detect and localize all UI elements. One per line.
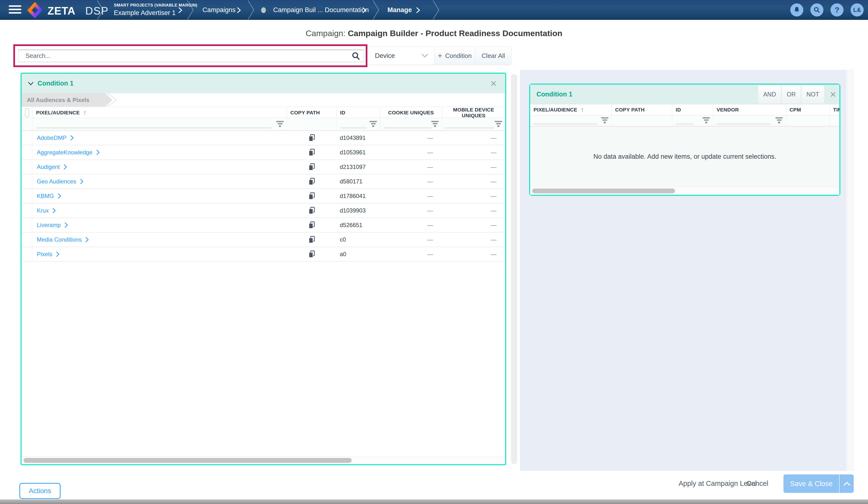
scrollbar-thumb[interactable] (532, 189, 675, 193)
copy-icon[interactable] (308, 221, 315, 229)
filter-pixel-audience[interactable] (32, 118, 287, 130)
chevron-right-icon[interactable] (237, 7, 241, 13)
scrollbar-thumb[interactable] (23, 458, 352, 463)
col-cpm[interactable]: CPM (786, 104, 829, 115)
chevron-right-icon[interactable] (65, 222, 68, 228)
filter-input[interactable] (717, 123, 771, 124)
col-cookie-uniques[interactable]: COOKIE UNIQUES (380, 107, 442, 119)
filter-input[interactable] (340, 128, 367, 129)
copy-icon[interactable] (308, 236, 315, 243)
chevron-right-icon[interactable] (416, 7, 421, 13)
chevron-right-icon[interactable] (53, 208, 56, 213)
row-checkbox-cell (22, 160, 32, 174)
chevron-right-icon[interactable] (56, 252, 60, 257)
close-icon[interactable]: ✕ (488, 80, 499, 88)
save-close-button[interactable]: Save & Close (784, 474, 839, 493)
audience-link[interactable]: Liveramp (37, 222, 61, 229)
audience-link[interactable]: Geo Audiences (37, 178, 76, 185)
breadcrumb-campaigns[interactable]: Campaigns (203, 6, 236, 14)
chevron-right-icon[interactable] (80, 179, 84, 184)
copy-icon[interactable] (308, 178, 315, 185)
audience-link[interactable]: AdobeDMP (37, 134, 66, 141)
audience-link[interactable]: Pixels (37, 251, 52, 258)
col-vendor[interactable]: VENDOR (713, 104, 786, 115)
audience-link[interactable]: AggregateKnowledge (37, 149, 93, 156)
filter-pixel-audience[interactable] (530, 115, 611, 126)
filter-input[interactable] (445, 128, 494, 129)
empty-state: No data available. Add new items, or upd… (530, 127, 839, 187)
filter-input[interactable] (384, 128, 432, 129)
col-tim-truncated[interactable]: TIM (829, 104, 839, 115)
menu-icon[interactable] (9, 5, 21, 14)
clear-all-button[interactable]: Clear All (475, 47, 511, 65)
filter-input[interactable] (534, 123, 597, 124)
apply-campaign-level-link[interactable]: Apply at Campaign Level (679, 480, 757, 487)
audience-link[interactable]: KBMG (37, 193, 54, 199)
col-copy-path[interactable]: COPY PATH (287, 107, 337, 119)
filter-icon[interactable] (601, 117, 609, 123)
filter-icon[interactable] (369, 121, 377, 127)
copy-icon[interactable] (308, 163, 315, 171)
avatar[interactable]: L& (850, 3, 864, 17)
audience-link[interactable]: Krux (37, 207, 49, 214)
operator-not[interactable]: NOT (802, 85, 824, 104)
filter-icon[interactable] (702, 117, 710, 123)
global-search-button[interactable] (810, 3, 824, 17)
filter-input[interactable] (676, 123, 693, 124)
col-mobile-device-uniques[interactable]: MOBILE DEVICE UNIQUES (442, 107, 505, 119)
cancel-link[interactable]: Cancel (746, 480, 768, 487)
copy-icon[interactable] (308, 134, 315, 142)
chevron-right-icon[interactable] (96, 150, 100, 155)
close-icon[interactable]: ✕ (828, 90, 839, 99)
chevron-right-icon[interactable] (71, 135, 74, 141)
dimension-select[interactable]: Device (369, 47, 434, 65)
filter-input[interactable] (36, 128, 271, 129)
actions-button[interactable]: Actions (19, 483, 61, 499)
col-pixel-audience[interactable]: PIXEL/AUDIENCE↑ (530, 104, 611, 115)
filter-icon[interactable] (276, 121, 284, 127)
chevron-right-icon[interactable] (85, 237, 89, 242)
chevron-right-icon[interactable] (362, 7, 367, 13)
vertical-scrollbar[interactable] (511, 74, 517, 464)
filter-id[interactable] (337, 118, 380, 130)
filter-tim (829, 115, 839, 126)
search-input[interactable] (18, 49, 364, 62)
filter-icon[interactable] (775, 117, 783, 123)
filter-icon[interactable] (431, 121, 439, 127)
collapse-chevron-icon[interactable] (28, 82, 34, 85)
chevron-right-icon[interactable] (58, 193, 61, 199)
col-id[interactable]: ID (672, 104, 713, 115)
help-button[interactable]: ? (830, 3, 844, 17)
copy-icon[interactable] (308, 207, 315, 214)
cookie-uniques-value: — (380, 163, 442, 170)
audience-link[interactable]: Media Conditions (37, 236, 82, 243)
col-copy-path[interactable]: COPY PATH (611, 104, 672, 115)
search-icon[interactable] (351, 51, 360, 61)
breadcrumb-manage[interactable]: Manage (388, 6, 412, 14)
operator-and[interactable]: AND (758, 85, 781, 104)
operator-or[interactable]: OR (782, 85, 801, 104)
breadcrumb-advertiser[interactable]: Example Advertiser 1 (114, 9, 176, 17)
save-options-toggle[interactable] (840, 474, 854, 493)
filter-mobile-device-uniques[interactable] (442, 118, 505, 130)
condition-header: Condition 1 AND OR NOT ✕ (530, 84, 839, 104)
col-id[interactable]: ID (337, 107, 380, 119)
filter-cookie-uniques[interactable] (380, 118, 442, 130)
tab-all-audiences-pixels[interactable]: All Audiences & Pixels (22, 93, 113, 107)
bell-icon (793, 6, 800, 14)
chevron-right-icon[interactable] (64, 164, 67, 170)
copy-icon[interactable] (308, 192, 315, 200)
notifications-button[interactable] (790, 3, 803, 17)
audience-link[interactable]: Audigent (37, 163, 60, 170)
breadcrumb-campaign-name[interactable]: Campaign Buil ... Documentation (273, 6, 369, 14)
filter-icon[interactable] (495, 121, 502, 127)
copy-icon[interactable] (308, 149, 315, 156)
copy-icon[interactable] (308, 250, 315, 258)
col-pixel-audience[interactable]: PIXEL/AUDIENCE↑ (32, 107, 287, 119)
chevron-right-icon[interactable] (178, 7, 183, 13)
filter-id[interactable] (672, 115, 713, 126)
select-all-checkbox[interactable] (25, 108, 29, 117)
vertical-scrollbar[interactable] (847, 70, 854, 471)
filter-vendor[interactable] (713, 115, 786, 126)
add-condition-button[interactable]: + Condition (434, 47, 475, 65)
